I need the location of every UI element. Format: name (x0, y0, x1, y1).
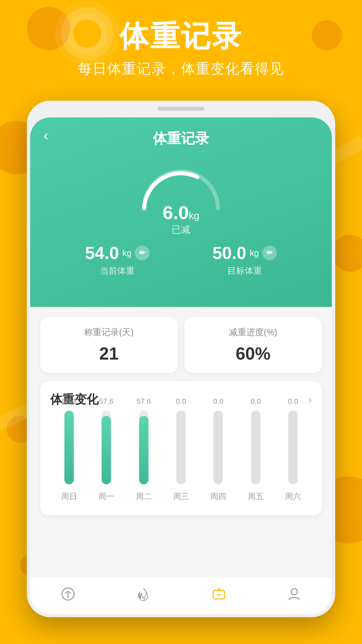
bar-col-周五: 0.0周五 (237, 397, 274, 502)
screen-header: ‹ 体重记录 6.0kg 已减 (30, 117, 332, 307)
edit-target-weight-button[interactable]: ✏ (262, 246, 277, 260)
bar-col-周三: 0.0周三 (162, 397, 199, 502)
user-icon (284, 584, 304, 604)
app-title: 体重记录 (27, 20, 335, 53)
target-weight-label: 目标体重 (213, 265, 277, 277)
header-area: 体重记录 每日体重记录，体重变化看得见 (0, 20, 362, 78)
phone-screen: ‹ 体重记录 6.0kg 已减 (30, 117, 332, 614)
bar-wrapper (288, 411, 298, 484)
weigh-days-card: 称重记录(天) 21 (40, 317, 178, 373)
bar-day-label: 周日 (61, 491, 77, 502)
bottom-navigation (30, 577, 332, 614)
target-weight-value: 50.0kg ✏ (213, 243, 277, 263)
current-weight-stat: 54.0kg ✏ 当前体重 (85, 243, 150, 277)
nav-food[interactable] (58, 584, 78, 604)
bar-day-label: 周五 (248, 491, 264, 502)
bar-col-周日: 58.3周日 (50, 397, 87, 502)
bar-value-label: 57.6 (99, 397, 114, 406)
weight-loss-label: 减重进度(%) (192, 326, 314, 338)
app-subtitle: 每日体重记录，体重变化看得见 (27, 59, 335, 78)
bar-fill (251, 411, 260, 484)
bar-day-label: 周四 (210, 491, 226, 502)
bar-value-label: 0.0 (213, 397, 224, 406)
stats-cards-row: 称重记录(天) 21 减重进度(%) 60% (40, 317, 322, 373)
bar-wrapper (64, 411, 74, 484)
nav-weight[interactable] (209, 584, 229, 604)
bar-fill (102, 416, 111, 484)
current-weight-value: 54.0kg ✏ (85, 243, 150, 263)
weigh-days-label: 称重记录(天) (48, 326, 170, 338)
nav-profile[interactable] (284, 584, 304, 604)
fire-icon (133, 584, 154, 604)
phone-frame: ‹ 体重记录 6.0kg 已减 (27, 101, 335, 617)
weight-stats-row: 54.0kg ✏ 当前体重 50.0kg ✏ 目标体重 (47, 243, 315, 287)
target-weight-stat: 50.0kg ✏ 目标体重 (213, 243, 277, 277)
gauge-center: 6.0kg 已减 (163, 202, 199, 236)
gauge-label: 已减 (163, 223, 199, 236)
bar-col-周四: 0.0周四 (200, 397, 237, 502)
bar-wrapper (214, 411, 223, 484)
bar-chart: 58.3周日57.6周一57.6周二0.0周三0.0周四0.0周五0.0周六 (50, 418, 312, 505)
weigh-days-value: 21 (48, 343, 170, 364)
bar-day-label: 周三 (173, 491, 189, 502)
bar-wrapper (251, 411, 260, 484)
nav-exercise[interactable] (133, 584, 154, 604)
bar-value-label: 0.0 (176, 397, 186, 406)
bar-wrapper (176, 411, 186, 484)
bar-col-周二: 57.6周二 (125, 397, 162, 502)
edit-current-weight-button[interactable]: ✏ (135, 246, 149, 260)
current-weight-label: 当前体重 (85, 265, 150, 277)
bar-day-label: 周六 (285, 491, 301, 502)
bar-value-label: 0.0 (251, 397, 261, 406)
bar-value-label: 58.3 (62, 397, 76, 406)
gauge-value: 6.0kg (163, 202, 199, 223)
bar-day-label: 周一 (98, 491, 114, 502)
bar-wrapper (102, 411, 111, 484)
screen-title: 体重记录 (47, 127, 315, 148)
weight-loss-progress-card: 减重进度(%) 60% (184, 317, 322, 373)
weight-loss-value: 60% (192, 343, 314, 364)
svg-point-5 (291, 589, 297, 595)
bar-fill (64, 411, 74, 484)
bar-value-label: 57.6 (136, 397, 151, 406)
food-icon (58, 584, 78, 604)
bar-fill (288, 411, 298, 484)
bar-fill (139, 416, 148, 484)
bar-fill (176, 411, 186, 484)
chart-section: 体重变化 › 58.3周日57.6周一57.6周二0.0周三0.0周四0.0周五… (40, 381, 322, 515)
bar-wrapper (139, 411, 148, 484)
bar-day-label: 周二 (136, 491, 152, 502)
back-button[interactable]: ‹ (44, 127, 48, 144)
svg-point-4 (218, 589, 220, 591)
weight-gauge: 6.0kg 已减 (47, 161, 315, 236)
screen-content: 称重记录(天) 21 减重进度(%) 60% 体重变化 › 58.3周日57.6… (30, 307, 332, 522)
bar-fill (214, 411, 223, 484)
bar-value-label: 0.0 (288, 397, 298, 406)
bar-col-周六: 0.0周六 (275, 397, 312, 502)
bar-col-周一: 57.6周一 (87, 397, 125, 502)
bg-decoration-4 (332, 235, 362, 272)
phone-notch (158, 107, 204, 111)
scale-icon (209, 584, 229, 604)
